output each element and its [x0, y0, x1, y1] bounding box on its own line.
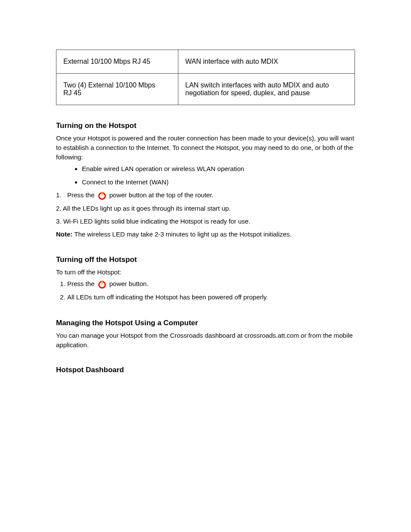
heading-turning-on: Turning on the Hotspot [56, 121, 355, 130]
step-text: 2. All the LEDs light up as it goes thro… [56, 204, 355, 213]
heading-managing: Managing the Hotspot Using a Computer [56, 319, 355, 327]
cell-text-line: LAN switch interfaces with auto MDIX and… [185, 81, 329, 89]
table-cell-right: LAN switch interfaces with auto MDIX and… [178, 74, 355, 105]
cell-text-line: RJ 45 [63, 89, 81, 96]
svg-rect-1 [101, 192, 103, 196]
table-cell-left: External 10/100 Mbps RJ 45 [56, 50, 178, 74]
table-cell-right: WAN interface with auto MDIX [178, 50, 355, 74]
step-suffix: power button. [109, 280, 149, 287]
step-text: 3. Wi-Fi LED lights solid blue indicatin… [56, 217, 355, 226]
power-icon [97, 191, 107, 200]
cell-text-line: negotiation for speed, duplex, and pause [185, 89, 310, 96]
list-item: All LEDs turn off indicating the Hotspot… [67, 292, 355, 302]
heading-turning-off: Turning off the Hotspot [56, 255, 355, 264]
cell-text: WAN interface with auto MDIX [185, 58, 278, 65]
step-prefix: Press the [67, 280, 94, 287]
note-body: The wireless LED may take 2-3 minutes to… [72, 230, 291, 238]
svg-rect-3 [101, 280, 103, 285]
step-number: 1. [56, 190, 64, 200]
subheading-dashboard: Hotspot Dashboard [56, 366, 355, 374]
table-row: Two (4) External 10/100 Mbps RJ 45 LAN s… [56, 74, 355, 105]
step-suffix: power button at the top of the router. [109, 191, 214, 199]
cell-text: External 10/100 Mbps RJ 45 [63, 58, 150, 65]
table-row: External 10/100 Mbps RJ 45 WAN interface… [56, 50, 355, 74]
page-content: External 10/100 Mbps RJ 45 WAN interface… [0, 0, 411, 412]
intro-paragraph: You can manage your Hotspot from the Cro… [56, 331, 355, 350]
note-prefix: Note: [56, 230, 72, 238]
list-item: Enable wired LAN operation or wireless W… [82, 164, 355, 174]
option-list: Enable wired LAN operation or wireless W… [56, 164, 355, 187]
note: Note: The wireless LED may take 2-3 minu… [56, 230, 355, 239]
power-icon [97, 280, 107, 289]
io-table: External 10/100 Mbps RJ 45 WAN interface… [56, 50, 355, 105]
step-text: Press the power button at the top of the… [67, 190, 214, 200]
table-cell-left: Two (4) External 10/100 Mbps RJ 45 [56, 74, 178, 105]
intro-paragraph: To turn off the Hotspot: [56, 268, 355, 277]
step-prefix: Press the [67, 191, 94, 199]
list-item: Connect to the Internet (WAN) [82, 177, 355, 187]
cell-text-line: Two (4) External 10/100 Mbps [63, 81, 155, 89]
step-row: 1. Press the power button at the top of … [56, 190, 355, 200]
list-item: Press the power button. [67, 279, 355, 289]
steps-list: Press the power button. All LEDs turn of… [56, 279, 355, 302]
intro-paragraph: Once your Hotspot is powered and the rou… [56, 134, 355, 162]
